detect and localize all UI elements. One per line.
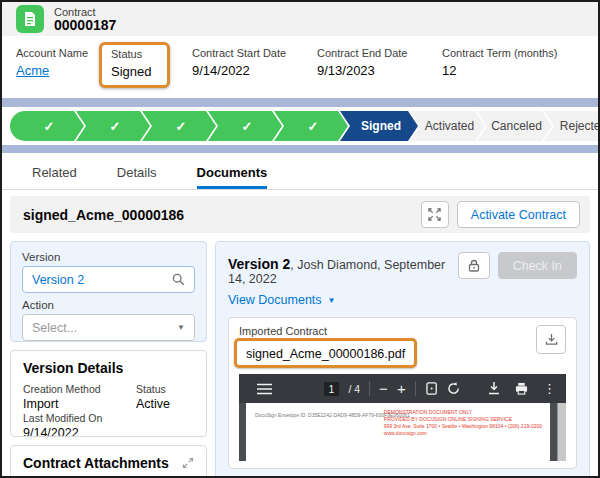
- document-title: signed_Acme_00000186: [23, 207, 421, 223]
- field-label: Status: [111, 48, 151, 60]
- path-stage-complete[interactable]: ✓: [208, 111, 282, 141]
- divider-band: [2, 145, 598, 153]
- activate-contract-button[interactable]: Activate Contract: [457, 201, 580, 228]
- end-date-value: 9/13/2023: [317, 63, 442, 78]
- download-button[interactable]: [536, 325, 566, 354]
- zoom-out-icon[interactable]: −: [379, 381, 388, 396]
- object-label: Contract: [54, 6, 116, 18]
- sales-path: ✓ ✓ ✓ ✓ ✓ Signed Activated Canceled Reje…: [2, 107, 598, 145]
- expand-icon: [428, 208, 441, 221]
- contract-attachments-card: Contract Attachments: [10, 445, 207, 478]
- record-header: Contract 00000187: [2, 2, 598, 36]
- fit-page-icon[interactable]: [425, 382, 438, 395]
- lock-icon: [468, 259, 480, 272]
- check-icon: ✓: [44, 119, 55, 134]
- tab-documents[interactable]: Documents: [197, 165, 268, 189]
- imported-contract-card: Imported Contract signed_Acme_00000186.p…: [228, 317, 577, 469]
- field-label: Account Name: [16, 47, 109, 59]
- tab-details[interactable]: Details: [117, 165, 157, 189]
- divider-band: [2, 98, 598, 107]
- check-icon: ✓: [176, 119, 187, 134]
- check-icon: ✓: [242, 119, 253, 134]
- app-window: Contract 00000187 Account Name Acme Stat…: [0, 0, 600, 478]
- status-annotation-box: Status Signed: [99, 42, 170, 88]
- download-icon[interactable]: [488, 382, 500, 395]
- field-account-name: Account Name Acme: [16, 47, 109, 88]
- version-heading: Version 2, Josh Diamond, September 14, 2…: [228, 252, 458, 286]
- start-date-value: 9/14/2022: [192, 63, 317, 78]
- print-icon[interactable]: [515, 382, 528, 395]
- creation-method-value: Import: [23, 396, 136, 412]
- version-number: Version 2: [228, 256, 290, 272]
- status-value: Active: [136, 396, 194, 412]
- term-value: 12: [442, 63, 557, 78]
- path-stage-complete[interactable]: ✓: [10, 111, 84, 141]
- document-sidebar: Version Version 2 Action Select... ▼ Ver…: [10, 241, 207, 478]
- record-name: 00000187: [54, 18, 116, 33]
- path-stage-complete[interactable]: ✓: [76, 111, 150, 141]
- field-end-date: Contract End Date 9/13/2023: [317, 47, 442, 88]
- pdf-file-name: signed_Acme_00000186.pdf: [246, 347, 405, 361]
- view-documents-label: View Documents: [228, 293, 322, 307]
- last-modified-value: 9/14/2022: [23, 425, 136, 437]
- field-status: Status Signed: [109, 47, 192, 88]
- last-modified-label: Last Modified On: [23, 412, 136, 425]
- creation-method-label: Creation Method: [23, 383, 136, 396]
- tab-related[interactable]: Related: [32, 165, 77, 189]
- pdf-viewer: 1 / 4 − +: [239, 374, 566, 461]
- field-start-date: Contract Start Date 9/14/2022: [192, 47, 317, 88]
- status-value: Signed: [111, 64, 151, 79]
- field-label: Contract Term (months): [442, 47, 557, 59]
- menu-icon[interactable]: [257, 383, 272, 395]
- version-details-card: Version Details Creation Method Import L…: [10, 350, 207, 437]
- account-link[interactable]: Acme: [16, 63, 49, 78]
- path-stage-canceled[interactable]: Canceled: [477, 111, 552, 141]
- expand-button[interactable]: [421, 201, 449, 228]
- path-stage-complete[interactable]: ✓: [142, 111, 216, 141]
- pdf-body: DocuSign Envelope ID: D35E2242-DAD9-48D9…: [239, 403, 566, 461]
- action-label: Action: [22, 299, 195, 311]
- field-label: Contract End Date: [317, 47, 442, 59]
- status-label: Status: [136, 383, 194, 396]
- check-in-button: Check In: [498, 252, 577, 279]
- filename-annotation-box: signed_Acme_00000186.pdf: [234, 338, 417, 368]
- check-icon: ✓: [308, 119, 319, 134]
- version-value: Version 2: [32, 273, 172, 287]
- version-combobox[interactable]: Version 2: [22, 266, 195, 293]
- page-number-field[interactable]: 1: [324, 382, 340, 396]
- action-select[interactable]: Select... ▼: [22, 314, 195, 341]
- more-vertical-icon[interactable]: ⋮: [543, 381, 556, 396]
- chevron-down-icon: ▼: [328, 296, 336, 305]
- rotate-icon[interactable]: [447, 382, 460, 395]
- highlight-fields: Account Name Acme Status Signed Contract…: [2, 36, 598, 98]
- zoom-in-icon[interactable]: +: [397, 381, 406, 396]
- attachments-title: Contract Attachments: [23, 455, 169, 471]
- path-stage-current[interactable]: Signed: [340, 111, 418, 141]
- document-workspace: Version Version 2 Action Select... ▼ Ver…: [10, 241, 590, 478]
- page-total: / 4: [348, 383, 360, 395]
- field-label: Contract Start Date: [192, 47, 317, 59]
- view-documents-menu[interactable]: View Documents ▼: [228, 293, 577, 307]
- pdf-page: DocuSign Envelope ID: D35E2242-DAD9-48D9…: [246, 403, 550, 461]
- path-stage-complete[interactable]: ✓: [274, 111, 348, 141]
- check-icon: ✓: [110, 119, 121, 134]
- path-stage-activated[interactable]: Activated: [410, 111, 485, 141]
- version-label: Version: [22, 251, 195, 263]
- action-placeholder: Select...: [32, 321, 177, 335]
- record-tabs: Related Details Documents: [2, 159, 598, 190]
- lock-button[interactable]: [458, 252, 490, 279]
- docusign-demo-notice: DEMONSTRATION DOCUMENT ONLY PROVIDED BY …: [384, 409, 542, 437]
- download-icon: [545, 333, 558, 346]
- pdf-scrollbar[interactable]: [557, 403, 566, 461]
- document-viewer-panel: Version 2, Josh Diamond, September 14, 2…: [215, 241, 590, 478]
- document-section-bar: signed_Acme_00000186 Activate Contract: [10, 196, 590, 233]
- imported-contract-label: Imported Contract: [239, 325, 536, 337]
- version-selector-card: Version Version 2 Action Select... ▼: [10, 241, 207, 342]
- path-stage-rejected[interactable]: Rejected: [544, 111, 598, 141]
- field-term: Contract Term (months) 12: [442, 47, 557, 88]
- search-icon: [172, 273, 185, 286]
- resize-icon[interactable]: [182, 457, 194, 469]
- contract-object-icon: [16, 5, 44, 33]
- chevron-down-icon: ▼: [177, 323, 185, 332]
- pdf-toolbar: 1 / 4 − +: [239, 374, 566, 403]
